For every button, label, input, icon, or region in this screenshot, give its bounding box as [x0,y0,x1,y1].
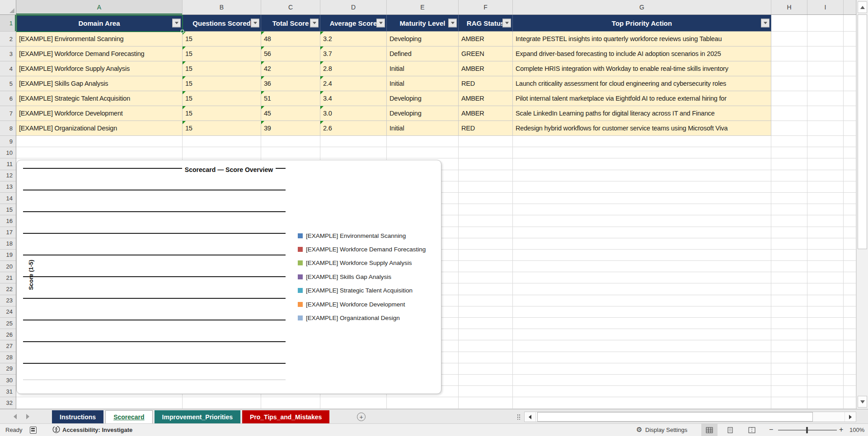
empty-cell[interactable] [261,136,320,147]
cell-H1[interactable] [771,15,807,32]
zoom-out-button[interactable]: − [769,426,773,434]
empty-cell[interactable] [807,193,844,204]
cell-B7[interactable]: 15 [183,106,261,121]
cell-G4[interactable]: Complete HRIS integration with Workday t… [513,61,771,76]
new-sheet-button[interactable]: + [357,413,366,421]
display-settings-button[interactable]: Display Settings [645,427,687,433]
empty-cell[interactable] [807,136,844,147]
cell-C8[interactable]: 39 [261,121,320,136]
filter-button[interactable] [502,19,511,28]
empty-cell[interactable] [771,375,807,386]
cell-I6[interactable] [807,91,844,106]
empty-cell[interactable] [807,386,844,397]
legend-item[interactable]: [EXAMPLE] Workforce Demand Forecasting [298,242,426,256]
column-header-F[interactable]: F [459,0,513,14]
cell-B6[interactable]: 15 [183,91,261,106]
cell-I2[interactable] [807,32,844,46]
sheet-tab-improvement-priorities[interactable]: Improvement_Priorities [155,410,240,423]
column-header-E[interactable]: E [387,0,459,14]
empty-cell[interactable] [16,147,183,158]
empty-cell[interactable] [513,238,771,250]
filter-button[interactable] [376,19,385,28]
cell-partial-4[interactable] [844,61,856,76]
empty-cell[interactable] [459,352,513,363]
row-header-19[interactable]: 19 [0,250,16,261]
empty-cell[interactable] [771,272,807,283]
row-header-6[interactable]: 6 [0,91,16,106]
row-header-17[interactable]: 17 [0,227,16,238]
normal-view-button[interactable] [701,424,718,436]
row-header-3[interactable]: 3 [0,46,16,61]
empty-cell[interactable] [807,158,844,170]
filter-button[interactable] [448,19,457,28]
empty-cell[interactable] [459,363,513,375]
empty-cell[interactable] [844,250,856,261]
cell-E2[interactable]: Developing [387,32,459,46]
empty-cell[interactable] [459,238,513,250]
cell-D4[interactable]: 2.8 [320,61,387,76]
column-header-D[interactable]: D [320,0,387,14]
empty-cell[interactable] [807,283,844,295]
horizontal-scrollbar-thumb[interactable] [537,412,813,422]
empty-cell[interactable] [771,261,807,272]
cell-I8[interactable] [807,121,844,136]
empty-cell[interactable] [844,295,856,306]
empty-cell[interactable] [807,352,844,363]
empty-cell[interactable] [513,352,771,363]
cell-D3[interactable]: 3.7 [320,46,387,61]
empty-cell[interactable] [513,375,771,386]
row-header-32[interactable]: 32 [0,397,16,408]
empty-cell[interactable] [459,147,513,158]
row-header-2[interactable]: 2 [0,32,16,46]
empty-cell[interactable] [807,295,844,306]
column-header-B[interactable]: B [183,0,261,14]
empty-cell[interactable] [513,250,771,261]
cell-G5[interactable]: Launch criticality assessment for cloud … [513,76,771,91]
cell-G8[interactable]: Redesign hybrid workflows for customer s… [513,121,771,136]
row-header-14[interactable]: 14 [0,193,16,204]
empty-cell[interactable] [513,215,771,227]
sheet-tab-scorecard[interactable]: Scorecard [105,410,152,423]
empty-cell[interactable] [513,295,771,306]
cell-C4[interactable]: 42 [261,61,320,76]
tab-scroll-right-icon[interactable] [26,414,29,419]
cell-partial-7[interactable] [844,106,856,121]
empty-cell[interactable] [513,340,771,352]
empty-cell[interactable] [513,136,771,147]
empty-cell[interactable] [459,329,513,340]
empty-cell[interactable] [771,386,807,397]
empty-cell[interactable] [807,306,844,318]
sheet-tab-pro-tips-and-mistakes[interactable]: Pro_Tips_and_Mistakes [242,410,329,423]
empty-cell[interactable] [807,363,844,375]
empty-cell[interactable] [513,306,771,318]
empty-cell[interactable] [807,261,844,272]
empty-cell[interactable] [844,306,856,318]
empty-cell[interactable] [771,397,807,408]
cell-D8[interactable]: 2.6 [320,121,387,136]
cell-B3[interactable]: 15 [183,46,261,61]
macro-record-icon[interactable] [30,427,37,434]
legend-item[interactable]: [EXAMPLE] Skills Gap Analysis [298,270,426,283]
empty-cell[interactable] [844,193,856,204]
sheet-tab-instructions[interactable]: Instructions [52,410,103,423]
empty-cell[interactable] [771,363,807,375]
cell-A2[interactable]: [EXAMPLE] Environmental Scanning [16,32,183,46]
header-cell-top-priority-action[interactable]: Top Priority Action [513,15,771,32]
cell-H4[interactable] [771,61,807,76]
empty-cell[interactable] [771,147,807,158]
empty-cell[interactable] [513,204,771,215]
column-header-partial[interactable] [844,0,856,14]
header-cell-total-score[interactable]: Total Score [261,15,320,32]
row-header-23[interactable]: 23 [0,295,16,306]
empty-cell[interactable] [844,283,856,295]
empty-cell[interactable] [807,215,844,227]
empty-cell[interactable] [771,170,807,181]
empty-cell[interactable] [459,215,513,227]
cell-E4[interactable]: Initial [387,61,459,76]
cell-D7[interactable]: 3.0 [320,106,387,121]
page-layout-view-button[interactable] [722,424,738,436]
cell-F4[interactable]: AMBER [459,61,513,76]
empty-cell[interactable] [771,352,807,363]
empty-cell[interactable] [771,238,807,250]
column-header-G[interactable]: G [513,0,771,14]
